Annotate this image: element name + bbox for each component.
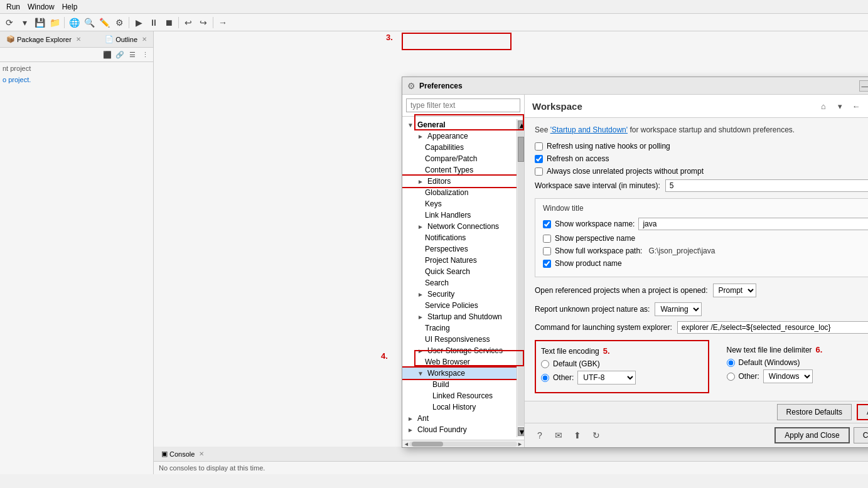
hscroll-right[interactable]: ► — [517, 441, 523, 447]
toolbar-btn-forward[interactable]: → — [216, 16, 230, 29]
toolbar-btn-3[interactable]: 💾 — [33, 16, 46, 29]
cb-show-full-path[interactable] — [543, 247, 551, 255]
toolbar-btn-8[interactable]: ⚙ — [112, 16, 126, 29]
cb-show-perspective-name[interactable] — [543, 235, 551, 243]
tab-outline-close-icon[interactable]: ✕ — [142, 36, 147, 43]
toolbar-btn-1[interactable]: ⟳ — [3, 16, 16, 29]
menu-help[interactable]: Help — [58, 1, 82, 13]
tab-close-icon[interactable]: ✕ — [76, 36, 81, 43]
tree-item-editors[interactable]: ► Editors — [402, 176, 517, 187]
scroll-up-btn[interactable]: ▲ — [518, 120, 524, 129]
tree-item-cloudfoundry[interactable]: ► Cloud Foundry — [402, 424, 517, 435]
radio-newline-default-row: Default (Windows) — [727, 358, 869, 367]
help-icon-btn[interactable]: ? — [532, 428, 547, 443]
tree-item-keys[interactable]: Keys — [402, 198, 517, 210]
panel-menu-btn[interactable]: ☰ — [127, 49, 138, 60]
tree-item-security[interactable]: ► Security — [402, 289, 517, 300]
tree-item-workspace[interactable]: ▼ Workspace — [402, 368, 517, 379]
tab-console-close[interactable]: ✕ — [199, 450, 204, 457]
cancel-btn[interactable]: Cancel — [854, 427, 868, 443]
refresh-icon-btn[interactable]: ↻ — [589, 428, 604, 443]
menu-window[interactable]: Window — [24, 1, 58, 13]
nav-dropdown-btn[interactable]: ▾ — [833, 100, 847, 112]
tab-outline[interactable]: 📄 Outline ✕ — [101, 34, 151, 45]
scroll-down-btn[interactable]: ▼ — [518, 427, 524, 436]
workspace-name-input[interactable] — [638, 218, 868, 230]
email-icon-btn[interactable]: ✉ — [551, 428, 566, 443]
panel-project-link[interactable]: nt project — [3, 65, 151, 72]
tree-item-comparepatch[interactable]: Compare/Patch — [402, 153, 517, 164]
tree-item-general[interactable]: ▼ General — [402, 119, 517, 130]
toolbar-btn-4[interactable]: 📁 — [48, 16, 62, 29]
toolbar-btn-5[interactable]: 🌐 — [67, 16, 81, 29]
scroll-thumb[interactable] — [518, 137, 524, 162]
tree-scroll[interactable]: ▼ General ► Appearance Capabilities — [402, 117, 524, 440]
tree-item-linkedresources[interactable]: Linked Resources — [402, 390, 517, 401]
toolbar-btn-nav-2[interactable]: ↪ — [196, 16, 210, 29]
tree-item-contenttypes[interactable]: Content Types — [402, 164, 517, 176]
toolbar-btn-11[interactable]: ⏹ — [162, 16, 176, 29]
panel-collapse-btn[interactable]: ⬛ — [102, 49, 113, 60]
toolbar-btn-2[interactable]: ▾ — [18, 16, 31, 29]
radio-encoding-other[interactable] — [541, 374, 549, 382]
open-projects-select[interactable]: Prompt Always Never — [713, 284, 756, 297]
tree-search-input[interactable] — [406, 98, 520, 112]
tree-item-perspectives[interactable]: Perspectives — [402, 243, 517, 255]
tree-item-notifications[interactable]: Notifications — [402, 232, 517, 243]
tree-item-appearance[interactable]: ► Appearance — [402, 130, 517, 142]
tree-item-network[interactable]: ► Network Connections — [402, 221, 517, 232]
cb-show-product-name[interactable] — [543, 260, 551, 268]
tree-item-quicksearch[interactable]: Quick Search — [402, 266, 517, 277]
tree-item-startup[interactable]: ► Startup and Shutdown — [402, 311, 517, 322]
apply-btn[interactable]: Apply — [857, 404, 868, 420]
startup-shutdown-link[interactable]: 'Startup and Shutdown' — [550, 125, 628, 134]
tree-item-tracing[interactable]: Tracing — [402, 322, 517, 334]
tree-item-localhistory[interactable]: Local History — [402, 401, 517, 413]
tree-item-ant[interactable]: ► Ant — [402, 413, 517, 424]
report-unknown-select[interactable]: Warning Error Info — [655, 302, 702, 316]
nav-back-btn[interactable]: ← — [849, 100, 863, 112]
cb-refresh-access[interactable] — [535, 155, 543, 163]
nav-forward-btn[interactable]: → — [865, 100, 868, 112]
newline-other-select[interactable]: Windows Unix Mac OS — [763, 369, 813, 383]
toolbar-btn-7[interactable]: ✏️ — [97, 16, 111, 29]
tree-item-search[interactable]: Search — [402, 277, 517, 289]
tab-console[interactable]: ▣ Console ✕ — [156, 448, 209, 459]
menu-run[interactable]: Run — [3, 1, 24, 13]
export-icon-btn[interactable]: ⬆ — [570, 428, 585, 443]
tree-item-capabilities[interactable]: Capabilities — [402, 142, 517, 153]
tree-item-servicepolicies[interactable]: Service Policies — [402, 300, 517, 311]
tree-item-build[interactable]: Build — [402, 379, 517, 390]
tree-item-projectnatures[interactable]: Project Natures — [402, 255, 517, 266]
toolbar-btn-nav-1[interactable]: ↩ — [181, 16, 195, 29]
radio-newline-default[interactable] — [727, 359, 735, 367]
dialog-minimize-btn[interactable]: — — [859, 80, 868, 92]
toolbar-btn-10[interactable]: ⏸ — [147, 16, 161, 29]
cb-refresh-native[interactable] — [535, 142, 543, 151]
restore-defaults-btn[interactable]: Restore Defaults — [777, 404, 852, 420]
nav-home-btn[interactable]: ⌂ — [817, 100, 830, 112]
tree-item-linkhandlers[interactable]: Link Handlers — [402, 210, 517, 221]
tree-item-globalization[interactable]: Globalization — [402, 187, 517, 198]
tree-item-uiresponsiveness[interactable]: UI Responsiveness — [402, 334, 517, 345]
cb-close-unrelated[interactable] — [535, 167, 543, 176]
hscroll-thumb[interactable] — [412, 442, 443, 447]
tree-scrollbar[interactable]: ▲ ▼ — [517, 119, 524, 437]
tab-package-explorer[interactable]: 📦 Package Explorer ✕ — [3, 34, 85, 45]
panel-link-btn[interactable]: 🔗 — [114, 49, 126, 60]
save-interval-input[interactable] — [665, 179, 868, 192]
apply-close-btn[interactable]: Apply and Close — [774, 427, 849, 443]
radio-newline-other[interactable] — [727, 373, 735, 381]
command-input[interactable] — [677, 321, 868, 334]
panel-project-link-2[interactable]: o project. — [3, 76, 151, 83]
hscroll-left[interactable]: ◄ — [404, 441, 409, 447]
tree-item-webbrowser[interactable]: Web Browser — [402, 356, 517, 368]
radio-encoding-default[interactable] — [541, 360, 549, 368]
encoding-other-select[interactable]: UTF-8 UTF-16 ISO-8859-1 US-ASCII — [577, 371, 636, 385]
cb-show-workspace-name[interactable] — [543, 220, 551, 228]
toolbar-btn-9[interactable]: ▶ — [132, 16, 146, 29]
panel-more-btn[interactable]: ⋮ — [139, 49, 151, 60]
toolbar-btn-6[interactable]: 🔍 — [82, 16, 96, 29]
tree-item-userstorage[interactable]: ► User Storage Services — [402, 345, 517, 356]
tree-hscroll[interactable]: ◄ ► — [402, 440, 524, 447]
